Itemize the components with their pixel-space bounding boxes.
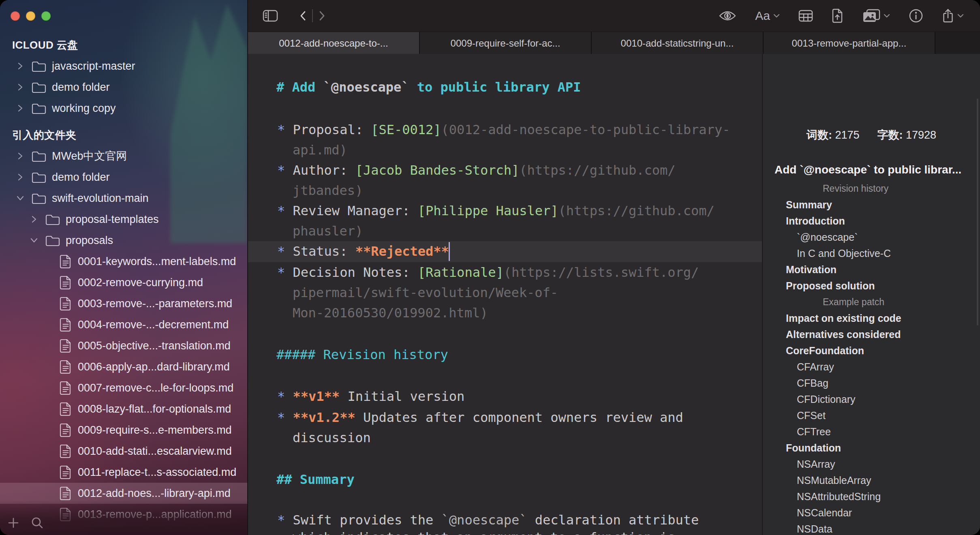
sidebar-folder-item[interactable]: MWeb中文官网 [0, 146, 247, 167]
outline-item[interactable]: CFTree [763, 424, 980, 440]
editor-line[interactable]: * Decision Notes: [Rationale](https://li… [277, 262, 699, 282]
outline-item[interactable]: Alternatives considered [763, 326, 980, 342]
sidebar-folder-item[interactable]: proposals [0, 230, 247, 251]
editor-line[interactable]: * Author: [Jacob Bandes-Storch](https://… [277, 160, 676, 180]
sidebar-folder-item[interactable]: working copy [0, 98, 247, 119]
outline-item[interactable]: In C and Objective-C [763, 245, 980, 261]
outline-item[interactable]: CFBag [763, 375, 980, 391]
sidebar-folder-item[interactable]: demo folder [0, 167, 247, 188]
editor-line[interactable]: * **v1.2** Updates after component owner… [277, 407, 683, 428]
sidebar-file-item[interactable]: 0011-replace-t...s-associated.md [0, 462, 247, 483]
sidebar-folder-item[interactable]: javascript-master [0, 56, 247, 77]
editor-line[interactable]: * Status: **Rejected** [277, 241, 449, 261]
outline-item[interactable]: Foundation [763, 440, 980, 456]
sidebar-folder-item[interactable]: demo folder [0, 77, 247, 98]
sidebar: ICLOUD 云盘javascript-masterdemo folderwor… [0, 0, 247, 535]
word-count-value: 2175 [835, 129, 859, 141]
image-dropdown[interactable] [862, 9, 890, 23]
tab[interactable]: 0012-add-noescape-to-... [248, 32, 420, 54]
sidebar-file-item[interactable]: 0010-add-stati...escalarview.md [0, 441, 247, 462]
editor-text-segment: **Rejected** [355, 244, 449, 259]
editor-line[interactable]: pipermail/swift-evolution/Week-of- [293, 282, 558, 303]
search-icon[interactable] [31, 516, 44, 529]
tab[interactable]: 0010-add-staticstring-un... [592, 32, 764, 54]
editor-text-segment: **v1.2** [293, 410, 355, 425]
folder-icon [32, 81, 46, 93]
editor-text-segment: Swift provides the [293, 512, 441, 528]
tab[interactable]: 0009-require-self-for-ac... [420, 32, 592, 54]
sidebar-file-item[interactable]: 0006-apply-ap...dard-library.md [0, 356, 247, 377]
info-icon[interactable] [909, 9, 923, 23]
share-dropdown[interactable] [942, 8, 964, 24]
outline-item[interactable]: Proposed solution [763, 278, 980, 294]
sidebar-file-item[interactable]: 0008-lazy-flat...for-optionals.md [0, 398, 247, 419]
export-document-icon[interactable] [832, 9, 844, 23]
editor-line[interactable]: * Review Manager: [Philippe Hausler](htt… [277, 201, 715, 221]
editor-line[interactable]: api.md) [293, 140, 347, 160]
sidebar-item-label: 0006-apply-ap...dard-library.md [78, 361, 230, 373]
outline-item[interactable]: Revision history [763, 180, 980, 197]
sidebar-toggle-icon[interactable] [263, 10, 278, 22]
outline-item[interactable]: Summary [763, 197, 980, 213]
editor-line[interactable]: jtbandes) [293, 180, 363, 201]
chevron-down-icon [30, 236, 38, 244]
font-style-dropdown[interactable]: Aa [755, 9, 780, 23]
outline-item[interactable]: Introduction [763, 213, 980, 229]
tab[interactable]: 0013-remove-partial-app... [764, 32, 935, 54]
sidebar-file-item[interactable]: 0001-keywords...ment-labels.md [0, 251, 247, 272]
editor-text-segment: Mon-20160530/019902.html) [293, 305, 488, 321]
table-icon[interactable] [798, 9, 813, 22]
outline-item[interactable]: NSArray [763, 456, 980, 472]
forward-icon[interactable] [318, 10, 326, 22]
outline-item[interactable]: Example patch [763, 294, 980, 310]
sidebar-folder-item[interactable]: proposal-templates [0, 209, 247, 230]
editor-text-segment: ##### Revision history [276, 347, 448, 362]
sidebar-file-item[interactable]: 0007-remove-c...le-for-loops.md [0, 377, 247, 398]
sidebar-item-label: demo folder [52, 81, 110, 94]
editor-text-segment: ## Summary [276, 472, 355, 487]
outline-item[interactable]: NSMutableArray [763, 472, 980, 488]
editor-text-segment: (https://lists.swift.org/ [504, 265, 699, 280]
sidebar-file-item[interactable]: 0002-remove-currying.md [0, 272, 247, 293]
editor-line[interactable]: Mon-20160530/019902.html) [293, 303, 488, 323]
outline-item[interactable]: CoreFoundation [763, 342, 980, 359]
sidebar-file-item[interactable]: 0003-remove-...-parameters.md [0, 293, 247, 314]
outline-item[interactable]: CFArray [763, 359, 980, 375]
add-icon[interactable] [7, 517, 19, 529]
editor-line[interactable]: * **v1** Initial version [277, 386, 464, 407]
char-count-value: 17928 [906, 129, 936, 141]
editor-text-segment: Review Manager: [293, 203, 418, 218]
editor-line[interactable]: * Proposal: [SE-0012](0012-add-noescape-… [277, 120, 730, 140]
markdown-editor[interactable]: # Add `@noescape` to public library API*… [248, 54, 762, 535]
editor-line[interactable]: # Add `@noescape` to public library API [276, 77, 581, 97]
sidebar-file-item[interactable]: 0004-remove-...-decrement.md [0, 314, 247, 335]
sidebar-bottom-toolbar [0, 511, 247, 535]
outline-item[interactable]: CFDictionary [763, 391, 980, 407]
outline-item[interactable]: NSCalendar [763, 505, 980, 521]
outline-item[interactable]: `@noescape` [763, 229, 980, 245]
image-icon [862, 9, 880, 23]
editor-line[interactable]: which indicates that an argument to a fu… [293, 527, 675, 535]
sidebar-item-label: working copy [52, 102, 116, 115]
toolbar-divider [312, 9, 313, 22]
preview-eye-icon[interactable] [719, 10, 736, 22]
editor-line[interactable]: discussion [293, 428, 371, 448]
outline-item[interactable]: NSAttributedString [763, 488, 980, 505]
back-icon[interactable] [299, 10, 307, 22]
sidebar-file-item[interactable]: 0005-objective...-translation.md [0, 335, 247, 356]
sidebar-folder-item[interactable]: swift-evolution-main [0, 188, 247, 209]
outline-scrollbar[interactable] [977, 98, 978, 325]
chevron-right-icon [16, 83, 24, 91]
folder-icon [45, 213, 60, 225]
sidebar-file-item[interactable]: 0009-require-s...e-members.md [0, 419, 247, 441]
outline-item[interactable]: Motivation [763, 261, 980, 278]
outline-item[interactable]: CFSet [763, 407, 980, 424]
editor-text-segment: (0012-add-noescape-to-public-library- [441, 122, 730, 137]
sidebar-item-label: proposal-templates [66, 213, 159, 226]
outline-item[interactable]: NSData [763, 521, 980, 535]
outline-item[interactable]: Impact on existing code [763, 310, 980, 326]
editor-line[interactable]: phausler) [293, 221, 363, 241]
editor-line[interactable]: ##### Revision history [276, 345, 448, 365]
editor-line[interactable]: ## Summary [276, 469, 355, 490]
editor-text-segment: # Add [276, 79, 323, 95]
